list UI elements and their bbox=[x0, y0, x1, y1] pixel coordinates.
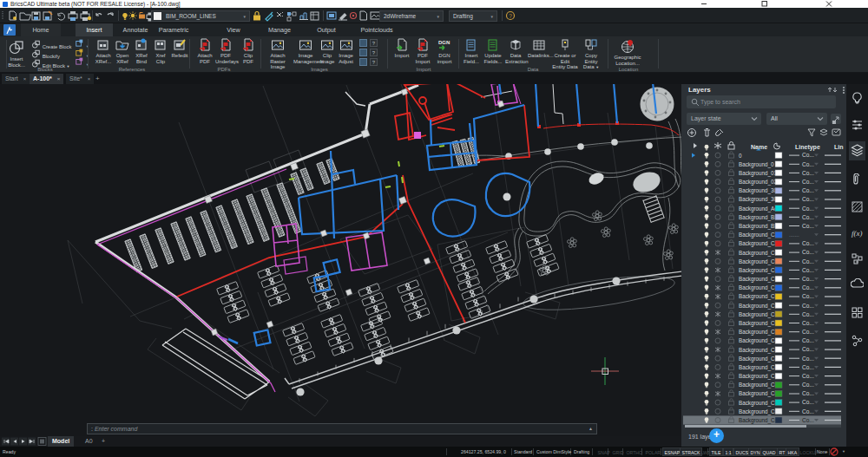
svg-text:DGN: DGN bbox=[438, 40, 450, 45]
svg-text:Background_CC: Background_CC bbox=[739, 329, 779, 336]
svg-text:Background_Ca: Background_Ca bbox=[739, 240, 779, 247]
svg-text:Background_Cc: Background_Cc bbox=[739, 364, 778, 371]
svg-text:Co...: Co... bbox=[802, 223, 814, 229]
svg-text:Co...: Co... bbox=[802, 399, 814, 405]
svg-text:Co...: Co... bbox=[802, 214, 814, 220]
svg-text:Linetype: Linetype bbox=[795, 144, 820, 151]
svg-text:Background_Ca: Background_Ca bbox=[739, 232, 779, 238]
svg-text:Co...: Co... bbox=[802, 417, 814, 423]
svg-text:0: 0 bbox=[739, 153, 742, 159]
svg-text:Background_30: Background_30 bbox=[739, 187, 778, 194]
svg-text:Background_CF: Background_CF bbox=[739, 400, 779, 407]
svg-text:Background_CC: Background_CC bbox=[739, 250, 779, 257]
svg-text:Background_CC: Background_CC bbox=[739, 293, 779, 300]
svg-text:Co...: Co... bbox=[802, 187, 814, 193]
svg-text:Background_CC: Background_CC bbox=[739, 276, 779, 283]
svg-text:Background_30: Background_30 bbox=[739, 196, 778, 203]
svg-text:Co...: Co... bbox=[802, 249, 814, 255]
svg-text:Background_Cc: Background_Cc bbox=[739, 390, 778, 397]
svg-text:Background_CC: Background_CC bbox=[739, 258, 779, 265]
svg-text:Background_Cc: Background_Cc bbox=[739, 373, 778, 380]
svg-text:.......: ....... bbox=[789, 232, 799, 238]
svg-text:Co...: Co... bbox=[802, 356, 814, 362]
svg-text:Co...: Co... bbox=[802, 346, 814, 352]
svg-text:?: ? bbox=[509, 13, 512, 19]
svg-text:Co...: Co... bbox=[802, 258, 814, 264]
svg-text:Background_CC: Background_CC bbox=[739, 267, 779, 274]
svg-text:Co...: Co... bbox=[802, 152, 814, 158]
svg-text:Co...: Co... bbox=[802, 390, 814, 396]
svg-text:Background_Ce: Background_Ce bbox=[739, 337, 779, 344]
svg-text:Background_02: Background_02 bbox=[739, 179, 778, 186]
svg-text:Background_0: Background_0 bbox=[739, 161, 774, 168]
svg-text:Co...: Co... bbox=[802, 408, 814, 415]
svg-text:Co...: Co... bbox=[802, 337, 814, 343]
svg-text:Co...: Co... bbox=[802, 382, 814, 388]
svg-text:Co...: Co... bbox=[802, 329, 814, 335]
svg-text:Background_Cu: Background_Cu bbox=[739, 417, 779, 424]
svg-text:Background_CC: Background_CC bbox=[739, 303, 779, 310]
svg-text:Co...: Co... bbox=[802, 320, 814, 326]
svg-text:Co...: Co... bbox=[802, 170, 814, 176]
svg-text:Co...: Co... bbox=[802, 267, 814, 273]
svg-text:Co...: Co... bbox=[802, 373, 814, 379]
svg-text:Co...: Co... bbox=[802, 284, 814, 291]
svg-text:Co...: Co... bbox=[802, 311, 814, 317]
svg-text:Co...: Co... bbox=[802, 196, 814, 202]
svg-text:Background_CC: Background_CC bbox=[739, 284, 779, 291]
svg-text:Co...: Co... bbox=[802, 293, 814, 299]
svg-text:Co...: Co... bbox=[802, 161, 814, 167]
svg-text:Co...: Co... bbox=[802, 206, 814, 212]
svg-text:Background_CC: Background_CC bbox=[739, 311, 779, 318]
svg-text:Background_Ce: Background_Ce bbox=[739, 347, 779, 354]
svg-text:Background_BIl: Background_BIl bbox=[739, 214, 777, 221]
svg-text:Background_CC: Background_CC bbox=[739, 320, 779, 327]
svg-text:Co...: Co... bbox=[802, 276, 814, 282]
svg-text:Co...: Co... bbox=[802, 240, 814, 246]
svg-text:Background_Ce: Background_Ce bbox=[739, 356, 779, 362]
svg-text:Background_Ac: Background_Ac bbox=[739, 206, 777, 212]
svg-text:Lin: Lin bbox=[834, 144, 844, 150]
svg-text:Co...: Co... bbox=[802, 179, 814, 185]
svg-text:Co...: Co... bbox=[802, 364, 814, 370]
svg-text:Background_Cu: Background_Cu bbox=[739, 408, 779, 415]
svg-text:Background_01: Background_01 bbox=[739, 170, 778, 177]
svg-text:Background_BF: Background_BF bbox=[739, 223, 778, 230]
svg-text:Co...: Co... bbox=[802, 303, 814, 309]
svg-text:f(x): f(x) bbox=[852, 229, 863, 238]
svg-text:Background_Cc: Background_Cc bbox=[739, 382, 778, 388]
